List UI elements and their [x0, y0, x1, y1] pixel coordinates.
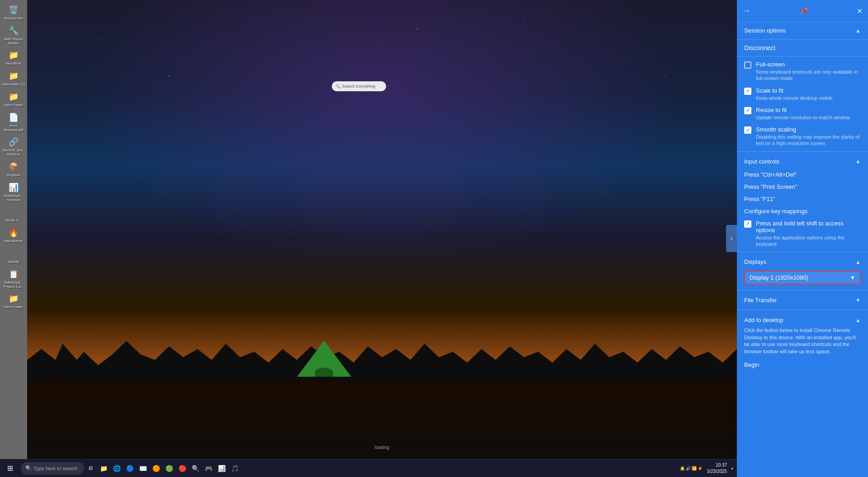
- taskbar-app-icons: 📁 🌐 🔵 ✉️ 🟠 🟢 🔴 🔍 🎮 📊 🎵: [97, 461, 241, 476]
- desktop-icon-spotify[interactable]: 🎵 Spotify: [1, 246, 26, 266]
- spotify-label: Spotify: [8, 260, 19, 264]
- left-shift-main-label: Press and hold left shift to access opti…: [756, 220, 861, 234]
- smm2-icon: 📋: [7, 268, 20, 281]
- desktop-icon-newfolder1[interactable]: 📁 New folder (1): [1, 68, 26, 88]
- taskbar-app1[interactable]: 🟠: [150, 461, 162, 476]
- disconnect-button[interactable]: Disconnect: [737, 42, 868, 54]
- dropbox-icon: 📦: [7, 160, 20, 173]
- taskbar-file-explorer[interactable]: 📁: [97, 461, 110, 476]
- scale-to-fit-main-label: Scale to fit: [756, 87, 833, 94]
- nav-chevron-button[interactable]: ›: [726, 225, 737, 252]
- taskbar-search[interactable]: 🔍 Type here to search: [19, 460, 86, 477]
- session-options-section: Session options ▲ Disconnect Full-screen…: [737, 23, 868, 150]
- displays-title: Displays: [744, 258, 766, 265]
- desktop-icon-print[interactable]: 📄 Print Request.pdf: [1, 110, 26, 134]
- show-desktop-btn[interactable]: ▪: [730, 460, 735, 477]
- scale-to-fit-option: Scale to fit Keep whole remote desktop v…: [737, 84, 868, 104]
- file-transfer-title: File Transfer: [744, 297, 777, 304]
- herobrite-icon: 📁: [7, 49, 20, 61]
- left-shift-label: Press and hold left shift to access opti…: [756, 220, 861, 248]
- left-shift-checkbox[interactable]: [744, 220, 751, 228]
- clock-time: 10:37: [707, 462, 727, 468]
- panel-header-icons: →: [742, 6, 750, 16]
- desktop-icon-afterburner[interactable]: 🔥 AfterBurner: [1, 225, 26, 245]
- desktop: loading 🔍 Search Everything 🗑️ Recycle B…: [0, 0, 737, 477]
- desktop-search-bar[interactable]: 🔍 Search Everything: [332, 81, 386, 91]
- session-options-header[interactable]: Session options ▲: [737, 23, 868, 37]
- fullscreen-label: Full-screen Some keyboard shortcuts are …: [756, 61, 861, 82]
- recycle-bin-icon: 🗑️: [7, 4, 20, 16]
- desktop-icon-dropbox[interactable]: 📦 Dropbox: [1, 159, 26, 179]
- tray-icons[interactable]: 🔔🔊📶⚡: [678, 460, 704, 477]
- taskbar-app2[interactable]: 🟢: [163, 461, 175, 476]
- search-text: Search Everything: [342, 84, 376, 89]
- sketch-icon: 🔗: [7, 136, 20, 148]
- taskbar-app3[interactable]: 🔴: [176, 461, 189, 476]
- resize-to-fit-checkbox[interactable]: [744, 107, 751, 114]
- desktop-icon-recycle-bin[interactable]: 🗑️ Recycle Bin: [1, 2, 26, 22]
- left-shift-sub-label: Access the application options using the…: [756, 234, 861, 248]
- taskbar-view-btn[interactable]: ⊟: [87, 460, 94, 477]
- taskbar-mail[interactable]: ✉️: [137, 461, 149, 476]
- displays-header[interactable]: Displays ▲: [737, 254, 868, 269]
- beats-icon: 🎵: [7, 206, 20, 218]
- add-to-desktop-chevron: ▲: [855, 317, 861, 323]
- display-dropdown[interactable]: Display 1 (1920x1080) ▼: [744, 271, 861, 285]
- smooth-scaling-checkbox[interactable]: [744, 126, 751, 134]
- start-button[interactable]: ⊞: [2, 460, 18, 477]
- scale-to-fit-checkbox[interactable]: [744, 88, 751, 95]
- desktop-icon-bar: 🗑️ Recycle Bin 🔧 AMD Ryzen Master 📁 Hero…: [0, 0, 27, 459]
- smooth-scaling-option: Smooth scaling Disabling this setting ma…: [737, 123, 868, 150]
- begin-button[interactable]: Begin: [737, 359, 868, 371]
- search-icon: 🔍: [335, 84, 340, 89]
- afterburner-label: AfterBurner: [5, 239, 23, 243]
- desktop-icon-sketch[interactable]: 🔗 Sketch4_test_Shortcut: [1, 134, 26, 158]
- desktop-icon-smm1[interactable]: 📊 SMM4Spli... Shortcut: [1, 180, 26, 204]
- smm1-label: SMM4Spli... Shortcut: [2, 194, 25, 202]
- newfolder2-label: New Folder: [5, 305, 23, 309]
- newfolder-icon: 📁: [7, 90, 20, 103]
- smm1-icon: 📊: [7, 181, 20, 194]
- desktop-icon-smm2[interactable]: 📋 SMM4Spli... Project-1.a...: [1, 267, 26, 290]
- taskbar-search-icon: 🔍: [25, 465, 32, 471]
- clock-date: 3/23/2025: [707, 468, 727, 475]
- taskbar-edge[interactable]: 🌐: [110, 461, 123, 476]
- herobrite-label: HeroBrite: [6, 62, 21, 66]
- print-screen-button[interactable]: Press "Print Screen": [737, 181, 868, 193]
- desktop-icon-newfolder2[interactable]: 📁 New Folder: [1, 291, 26, 311]
- panel-close-icon[interactable]: ✕: [857, 7, 863, 15]
- desktop-icon-amd[interactable]: 🔧 AMD Ryzen Master: [1, 23, 26, 47]
- desktop-icon-beats[interactable]: 🎵 Beats 4...: [1, 204, 26, 224]
- loading-text: loading: [375, 445, 389, 450]
- fullscreen-checkbox[interactable]: [744, 61, 751, 69]
- left-shift-option: Press and hold left shift to access opti…: [737, 217, 868, 250]
- display-selected-label: Display 1 (1920x1080): [750, 274, 808, 281]
- display-dropdown-chevron: ▼: [850, 275, 855, 281]
- file-transfer-header[interactable]: File Transfer ▼: [737, 292, 868, 308]
- taskbar-app4[interactable]: 🔍: [189, 461, 202, 476]
- afterburner-icon: 🔥: [7, 226, 20, 239]
- spotify-icon: 🎵: [7, 247, 20, 260]
- panel-pin-icon[interactable]: 📌: [799, 7, 808, 15]
- scale-to-fit-sub-label: Keep whole remote desktop visible: [756, 95, 833, 101]
- taskbar-chrome[interactable]: 🔵: [123, 461, 136, 476]
- add-to-desktop-description: Click the button below to install Chrome…: [737, 327, 868, 359]
- fullscreen-main-label: Full-screen: [756, 61, 861, 68]
- resize-to-fit-label: Resize to fit Update remote resolution t…: [756, 107, 850, 121]
- file-transfer-section: File Transfer ▼: [737, 292, 868, 308]
- taskbar-app5[interactable]: 🎮: [202, 461, 215, 476]
- fullscreen-option: Full-screen Some keyboard shortcuts are …: [737, 58, 868, 84]
- taskbar-app6[interactable]: 📊: [215, 461, 228, 476]
- wallpaper: loading: [27, 0, 737, 477]
- taskbar-app7[interactable]: 🎵: [228, 461, 241, 476]
- configure-key-mappings-button[interactable]: Configure key mappings: [737, 205, 868, 217]
- f11-button[interactable]: Press "F11": [737, 193, 868, 205]
- desktop-icon-newfolder[interactable]: 📁 New Folder: [1, 89, 26, 109]
- panel-forward-icon[interactable]: →: [742, 6, 750, 16]
- desktop-icon-herobrite[interactable]: 📁 HeroBrite: [1, 47, 26, 67]
- add-to-desktop-header[interactable]: Add to desktop ▲: [737, 312, 868, 327]
- ctrl-alt-del-button[interactable]: Press "Ctrl+Alt+Del": [737, 168, 868, 181]
- input-controls-header[interactable]: Input controls ▲: [737, 154, 868, 168]
- clock-display[interactable]: 10:37 3/23/2025: [705, 462, 729, 475]
- displays-section: Displays ▲ Display 1 (1920x1080) ▼: [737, 254, 868, 288]
